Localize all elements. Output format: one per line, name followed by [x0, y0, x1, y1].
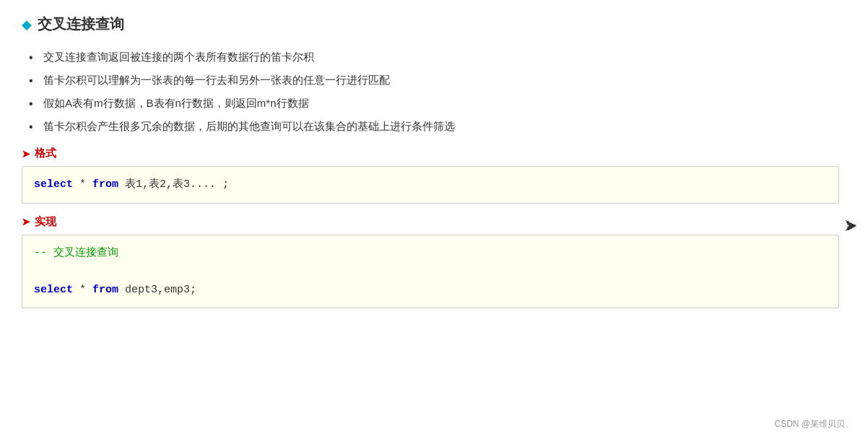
star-symbol: *	[79, 178, 92, 191]
impl-section-label: ➤ 实现	[22, 215, 839, 229]
bullet-list: 交叉连接查询返回被连接的两个表所有数据行的笛卡尔积 笛卡尔积可以理解为一张表的每…	[22, 48, 839, 135]
impl-table-names: dept3,emp3;	[125, 284, 196, 296]
impl-code-box: -- 交叉连接查询 select * from dept3,emp3;	[22, 235, 839, 309]
arrow-icon-impl: ➤	[22, 216, 30, 227]
list-item: 笛卡尔积会产生很多冗余的数据，后期的其他查询可以在该集合的基础上进行条件筛选	[29, 118, 839, 135]
impl-select-keyword: select	[34, 284, 73, 296]
comment-text: -- 交叉连接查询	[34, 247, 118, 259]
list-item: 笛卡尔积可以理解为一张表的每一行去和另外一张表的任意一行进行匹配	[29, 71, 839, 89]
format-label-text: 格式	[35, 147, 56, 160]
impl-star-symbol: *	[79, 284, 92, 296]
select-keyword: select	[34, 178, 73, 191]
list-item: 假如A表有m行数据，B表有n行数据，则返回m*n行数据	[29, 95, 839, 112]
impl-from-keyword: from	[92, 284, 118, 296]
format-section-label: ➤ 格式	[22, 147, 839, 160]
format-code-box: select * from 表1,表2,表3.... ;	[22, 166, 839, 204]
arrow-icon-format: ➤	[22, 148, 30, 160]
list-item: 交叉连接查询返回被连接的两个表所有数据行的笛卡尔积	[29, 48, 839, 66]
page-title: 交叉连接查询	[38, 14, 124, 34]
diamond-icon: ◆	[22, 17, 32, 32]
impl-comment-line: -- 交叉连接查询	[34, 244, 827, 263]
footer-text: CSDN @莱维贝贝、	[774, 419, 854, 429]
format-table-names: 表1,表2,表3.... ;	[125, 178, 229, 191]
footer: CSDN @莱维贝贝、	[774, 418, 854, 430]
from-keyword: from	[92, 178, 118, 191]
impl-label-text: 实现	[35, 215, 56, 229]
cursor-icon: ⮞	[845, 220, 858, 235]
impl-code-line: select * from dept3,emp3;	[34, 281, 827, 300]
page-title-section: ◆ 交叉连接查询	[22, 14, 839, 34]
